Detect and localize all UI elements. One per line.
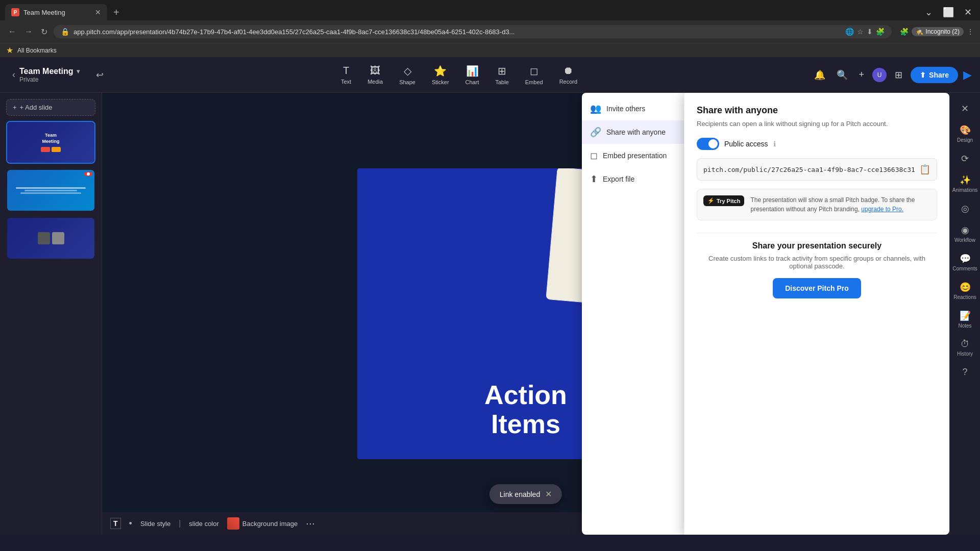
workflow-icon: ◉ — [961, 224, 969, 236]
app-toolbar: ‹ Team Meeting ▾ Private ↩ T Text 🖼 Medi… — [0, 57, 980, 93]
reactions-tool[interactable]: 😊 Reactions — [950, 278, 980, 304]
record-icon: ⏺ — [563, 65, 573, 77]
window-controls: ⌄ ⬜ ✕ — [922, 6, 975, 19]
avatar: U — [872, 68, 887, 82]
public-access-toggle[interactable] — [697, 138, 719, 150]
toast-close-button[interactable]: ✕ — [545, 489, 552, 499]
bullet-icon: • — [129, 518, 132, 529]
history-tool[interactable]: ⏱ History — [950, 335, 980, 361]
project-name-chevron-icon[interactable]: ▾ — [77, 68, 80, 75]
tab-favicon: P — [11, 8, 19, 16]
slide-sidebar: + + Add slide 1 Team Meeting — [0, 93, 102, 535]
app-container: ‹ Team Meeting ▾ Private ↩ T Text 🖼 Medi… — [0, 57, 980, 535]
project-badge: Private — [19, 76, 80, 83]
badge-notice-text: The presentation will show a small Pitch… — [750, 195, 930, 214]
close-window-icon[interactable]: ✕ — [961, 6, 975, 19]
bg-thumbnail — [227, 517, 239, 530]
history-icon: ⏱ — [961, 339, 970, 349]
layout-tool[interactable]: ⟳ — [950, 149, 980, 168]
close-icon: ✕ — [961, 103, 969, 114]
share-button[interactable]: ⬆ Share — [911, 67, 958, 83]
refresh-button[interactable]: ↻ — [39, 25, 50, 39]
browser-toolbar-icons: 🧩 🕵 Incognito (2) ⋮ — [900, 27, 974, 36]
workflow-tool[interactable]: ◉ Workflow — [950, 220, 980, 247]
share-panel-description: Recipients can open a link without signi… — [697, 120, 937, 128]
browser-chrome: P Team Meeting ✕ + ⌄ ⬜ ✕ ← → ↻ 🔒 app.pit… — [0, 0, 980, 57]
help-icon: ? — [962, 367, 967, 378]
share-with-anyone-menu-item[interactable]: 🔗 Share with anyone — [582, 120, 684, 144]
discover-pitch-pro-button[interactable]: Discover Pitch Pro — [773, 278, 861, 298]
table-tool[interactable]: ⊞ Table — [488, 62, 516, 88]
undo-button[interactable]: ↩ — [92, 67, 108, 83]
menu-icon[interactable]: ⋮ — [967, 28, 974, 36]
sticker-tool[interactable]: ⭐ Sticker — [425, 62, 456, 88]
media-tool[interactable]: 🖼 Media — [360, 62, 390, 88]
embed-presentation-menu-item[interactable]: ◻ Embed presentation — [582, 144, 684, 167]
public-access-row: Public access ℹ — [697, 138, 937, 150]
address-text: app.pitch.com/app/presentation/4b74b27e-… — [74, 28, 841, 36]
download-icon[interactable]: ⬇ — [867, 28, 873, 36]
invite-others-icon: 👥 — [590, 103, 601, 114]
share-link-icon: 🔗 — [590, 127, 601, 138]
main-area: + + Add slide 1 Team Meeting — [0, 93, 980, 535]
all-bookmarks-link[interactable]: All Bookmarks — [17, 47, 57, 54]
comments-tool[interactable]: 💬 Comments — [950, 249, 980, 276]
notes-icon: 📝 — [960, 310, 971, 321]
background-image-item[interactable]: Background image — [227, 517, 298, 530]
search-button[interactable]: 🔍 — [834, 66, 851, 84]
public-access-info-icon[interactable]: ℹ — [773, 140, 776, 148]
slide-2[interactable] — [6, 169, 95, 212]
design-icon: 🎨 — [960, 124, 971, 136]
share-panel: 👥 Invite others 🔗 Share with anyone ◻ Em… — [582, 93, 949, 535]
secure-description: Create custom links to track activity fr… — [697, 255, 937, 270]
slide-text: Action Items — [484, 381, 567, 439]
slide-1[interactable]: Team Meeting — [6, 121, 95, 164]
add-button[interactable]: + — [856, 66, 868, 83]
timing-tool[interactable]: ◎ — [950, 199, 980, 218]
tab-bar: P Team Meeting ✕ + ⌄ ⬜ ✕ — [0, 0, 980, 20]
recording-badge — [84, 172, 92, 176]
tab-close-button[interactable]: ✕ — [95, 8, 101, 16]
text-tool[interactable]: T Text — [334, 62, 358, 88]
back-nav-button[interactable]: ← — [6, 25, 18, 38]
new-tab-button[interactable]: + — [109, 5, 124, 20]
text-indicator: T — [110, 518, 121, 529]
copy-link-button[interactable]: 📋 — [919, 164, 930, 175]
play-button[interactable]: ▶ — [963, 68, 972, 82]
help-tool[interactable]: ? — [950, 363, 980, 382]
restore-icon[interactable]: ⬜ — [940, 6, 957, 19]
export-icon: ⬆ — [590, 173, 598, 185]
upgrade-link[interactable]: upgrade to Pro. — [861, 206, 903, 213]
notifications-button[interactable]: 🔔 — [811, 66, 828, 84]
profile-icon[interactable]: 🧩 — [876, 28, 885, 36]
extensions-icon[interactable]: 🧩 — [900, 28, 909, 36]
more-options-button[interactable]: ⋯ — [306, 518, 315, 529]
add-slide-button[interactable]: + + Add slide — [6, 99, 95, 116]
slide-style-item[interactable]: Slide style — [140, 520, 170, 528]
star-icon[interactable]: ☆ — [857, 28, 864, 36]
embed-tool[interactable]: ◻ Embed — [518, 62, 550, 88]
share-menu: 👥 Invite others 🔗 Share with anyone ◻ Em… — [582, 93, 684, 535]
grid-view-button[interactable]: ⊞ — [892, 66, 905, 84]
layout-icon: ⟳ — [961, 153, 969, 164]
notes-tool[interactable]: 📝 Notes — [950, 306, 980, 333]
translate-icon[interactable]: 🌐 — [845, 28, 854, 36]
back-button[interactable]: ‹ — [8, 67, 19, 82]
design-tool[interactable]: 🎨 Design — [950, 120, 980, 147]
chart-tool[interactable]: 📊 Chart — [458, 62, 486, 88]
forward-nav-button[interactable]: → — [22, 25, 35, 38]
export-file-menu-item[interactable]: ⬆ Export file — [582, 167, 684, 191]
active-tab[interactable]: P Team Meeting ✕ — [5, 4, 107, 20]
slide-3[interactable] — [6, 217, 95, 260]
slide-color-item[interactable]: slide color — [189, 520, 219, 528]
share-icon: ⬆ — [920, 71, 926, 79]
slide-2-thumbnail — [7, 170, 94, 211]
invite-others-menu-item[interactable]: 👥 Invite others — [582, 97, 684, 120]
close-panel-button[interactable]: ✕ — [950, 99, 980, 118]
animations-tool[interactable]: ✨ Animations — [950, 170, 980, 197]
minimize-icon[interactable]: ⌄ — [922, 6, 936, 19]
record-tool[interactable]: ⏺ Record — [552, 62, 584, 88]
address-bar[interactable]: 🔒 app.pitch.com/app/presentation/4b74b27… — [54, 25, 892, 38]
shape-tool[interactable]: ◇ Shape — [392, 62, 423, 88]
chart-icon: 📊 — [466, 65, 479, 77]
